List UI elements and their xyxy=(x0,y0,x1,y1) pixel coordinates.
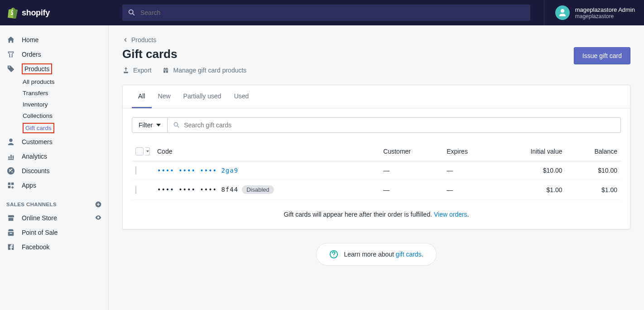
tab-partially-used[interactable]: Partially used xyxy=(177,85,228,108)
col-customer: Customer xyxy=(380,142,443,161)
global-search[interactable] xyxy=(122,5,530,21)
search-input[interactable] xyxy=(140,9,525,16)
nav-sub-collections[interactable]: Collections xyxy=(0,110,108,121)
tab-new[interactable]: New xyxy=(152,85,177,108)
gift-cards-card: All New Partially used Used Filter xyxy=(122,85,630,229)
add-channel-icon[interactable] xyxy=(95,201,102,208)
analytics-icon xyxy=(6,152,15,161)
search-gift-input[interactable] xyxy=(184,121,615,129)
learn-more-link[interactable]: gift cards xyxy=(396,251,422,258)
home-icon xyxy=(6,35,15,44)
table-row[interactable]: •••• •••• •••• 8f44Disabled — — $1.00 $1… xyxy=(132,180,621,200)
shopify-bag-icon xyxy=(7,7,18,19)
tab-all[interactable]: All xyxy=(132,85,152,108)
avatar xyxy=(555,5,570,20)
col-initial: Initial value xyxy=(495,142,566,161)
nav-products[interactable]: Products xyxy=(0,62,108,76)
tab-used[interactable]: Used xyxy=(228,85,255,108)
products-icon xyxy=(6,64,15,73)
nav-apps[interactable]: Apps xyxy=(0,178,108,193)
nav-facebook[interactable]: Facebook xyxy=(0,240,108,254)
apps-icon xyxy=(6,181,15,190)
discounts-icon xyxy=(6,166,15,175)
row-checkbox[interactable] xyxy=(135,186,136,194)
select-all-dropdown[interactable] xyxy=(145,147,150,155)
select-all-checkbox[interactable] xyxy=(135,147,144,155)
store-name: mageplazastore xyxy=(575,13,635,19)
nav-discounts[interactable]: Discounts xyxy=(0,164,108,178)
main-content: Products Gift cards Export Manage gift c… xyxy=(109,25,644,310)
customers-icon xyxy=(6,137,15,146)
status-badge: Disabled xyxy=(242,185,274,194)
store-icon xyxy=(6,213,15,223)
nav-online-store[interactable]: Online Store xyxy=(0,211,108,225)
learn-more-pill: Learn more about gift cards. xyxy=(316,243,436,266)
page-title: Gift cards xyxy=(122,47,246,61)
table-row[interactable]: •••• •••• •••• 2ga9 — — $10.00 $10.00 xyxy=(132,161,621,180)
pos-icon xyxy=(6,228,15,237)
gift-cards-table: Code Customer Expires Initial value Bala… xyxy=(132,142,621,200)
view-orders-link[interactable]: View orders xyxy=(434,211,467,218)
facebook-icon xyxy=(6,242,15,252)
tabs: All New Partially used Used xyxy=(123,85,630,108)
nav-orders[interactable]: Orders xyxy=(0,47,108,62)
export-action[interactable]: Export xyxy=(122,67,151,74)
help-icon xyxy=(329,250,338,259)
nav-customers[interactable]: Customers xyxy=(0,135,108,149)
issue-gift-card-button[interactable]: Issue gift card xyxy=(574,47,630,64)
col-balance: Balance xyxy=(566,142,621,161)
breadcrumb[interactable]: Products xyxy=(122,36,630,44)
svg-point-1 xyxy=(334,256,334,257)
gift-card-code[interactable]: •••• •••• •••• 2ga9 xyxy=(157,167,238,174)
nav-sub-gift-cards[interactable]: Gift cards xyxy=(0,121,108,135)
filter-button[interactable]: Filter xyxy=(132,117,168,133)
user-name: mageplazastore Admin xyxy=(575,6,635,13)
gift-icon xyxy=(162,67,169,74)
user-menu[interactable]: mageplazastore Admin mageplazastore xyxy=(544,0,644,25)
col-code: Code xyxy=(154,142,380,161)
nav-home[interactable]: Home xyxy=(0,33,108,47)
search-icon xyxy=(173,121,180,129)
search-icon xyxy=(128,9,136,17)
orders-icon xyxy=(6,50,15,59)
nav-sub-transfers[interactable]: Transfers xyxy=(0,87,108,99)
chevron-left-icon xyxy=(122,37,129,43)
col-expires: Expires xyxy=(443,142,495,161)
sales-channels-header: SALES CHANNELS xyxy=(0,193,108,211)
brand-name: shopify xyxy=(22,8,50,18)
view-store-icon[interactable] xyxy=(95,214,102,223)
search-gift-cards[interactable] xyxy=(168,117,621,133)
nav-analytics[interactable]: Analytics xyxy=(0,149,108,164)
export-icon xyxy=(122,67,130,74)
manage-products-action[interactable]: Manage gift card products xyxy=(162,67,246,74)
nav-point-of-sale[interactable]: Point of Sale xyxy=(0,225,108,240)
caret-down-icon xyxy=(156,124,161,126)
gift-card-code[interactable]: •••• •••• •••• 8f44 xyxy=(157,186,238,193)
sidebar: Home Orders Products All products Transf… xyxy=(0,25,109,310)
row-checkbox[interactable] xyxy=(135,166,136,174)
shopify-logo[interactable]: shopify xyxy=(0,7,109,19)
footer-note: Gift cards will appear here after their … xyxy=(123,200,630,229)
nav-sub-inventory[interactable]: Inventory xyxy=(0,99,108,110)
nav-sub-all-products[interactable]: All products xyxy=(0,76,108,87)
